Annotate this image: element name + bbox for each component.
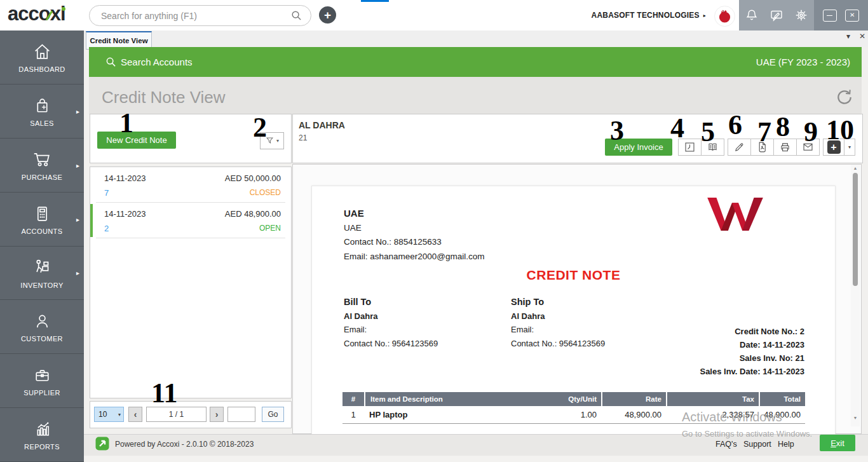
search-icon bbox=[105, 57, 116, 67]
exit-button[interactable]: Exit bbox=[820, 435, 855, 451]
credit-note-no: Credit Note No.: 2 bbox=[700, 325, 804, 338]
scroll-down-icon[interactable]: ▼ bbox=[851, 416, 860, 420]
company-avatar[interactable] bbox=[714, 6, 735, 27]
logo-text: accoxi bbox=[8, 3, 65, 25]
sidebar-item-dashboard[interactable]: DASHBOARD bbox=[0, 31, 84, 85]
sidebar-item-inventory[interactable]: INVENTORY ▸ bbox=[0, 247, 84, 301]
sales-invoice-number: 21 bbox=[299, 133, 307, 142]
messages-icon[interactable] bbox=[770, 8, 783, 22]
sales-inv-date: Sales Inv. Date: 14-11-2023 bbox=[700, 365, 804, 378]
tab-close-icon[interactable]: ✕ bbox=[859, 32, 865, 40]
search-icon[interactable] bbox=[291, 10, 302, 21]
go-button[interactable]: Go bbox=[262, 407, 284, 422]
page-size-select[interactable]: 10 ▾ bbox=[94, 407, 124, 422]
line-items-table: # Item and Description Qty/Unit Rate Tax… bbox=[342, 392, 805, 424]
prev-page-button[interactable]: ‹ bbox=[128, 407, 142, 422]
document-title: CREDIT NOTE bbox=[312, 268, 835, 283]
sidebar-item-accounts[interactable]: ACCOUNTS ▸ bbox=[0, 193, 84, 247]
scrollbar-thumb[interactable] bbox=[853, 173, 858, 286]
annotation-7: 7 bbox=[757, 118, 771, 146]
sidebar-item-customer[interactable]: CUSTOMER bbox=[0, 300, 84, 354]
close-icon: ✕ bbox=[850, 12, 855, 18]
org-line2: UAE bbox=[344, 221, 485, 236]
support-link[interactable]: Support bbox=[743, 440, 771, 449]
list-item[interactable]: 14-11-2023 AED 50,000.00 7 CLOSED bbox=[90, 167, 291, 203]
accounts-search-bar: Search Accounts UAE (FY 2023 - 2023) bbox=[89, 47, 862, 77]
submenu-arrow-icon: ▸ bbox=[76, 269, 79, 276]
sidebar-item-sales[interactable]: SALES ▸ bbox=[0, 85, 84, 139]
customer-name: AL DAHRA bbox=[299, 120, 345, 130]
settings-gear-icon[interactable] bbox=[794, 8, 808, 22]
topbar-icon-block bbox=[739, 0, 814, 31]
credit-note-amount: AED 48,900.00 bbox=[225, 209, 281, 219]
refresh-icon[interactable] bbox=[835, 88, 853, 106]
credit-note-date: 14-11-2023 bbox=[104, 173, 146, 183]
edit-button[interactable] bbox=[728, 139, 751, 156]
annotation-3: 3 bbox=[610, 117, 624, 145]
company-name: AABASOFT TECHNOLOGIES bbox=[592, 11, 700, 20]
annotation-10: 10 bbox=[826, 116, 854, 144]
footer-bottom-strip bbox=[84, 456, 868, 462]
submenu-arrow-icon: ▸ bbox=[76, 215, 79, 222]
notifications-icon[interactable] bbox=[745, 8, 759, 22]
org-name: UAE bbox=[344, 207, 485, 221]
credit-note-date: Date: 14-11-2023 bbox=[700, 338, 804, 351]
search-accounts-button[interactable]: Search Accounts bbox=[105, 57, 193, 67]
table-header-row: # Item and Description Qty/Unit Rate Tax… bbox=[342, 392, 805, 406]
app-window: accoxi + AABASOFT TECHNOLOGIES ▸ bbox=[0, 0, 868, 462]
caret-down-icon: ▾ bbox=[118, 412, 121, 418]
global-search[interactable] bbox=[89, 5, 311, 26]
new-credit-note-button[interactable]: New Credit Note bbox=[97, 132, 176, 149]
caret-down-icon: ▾ bbox=[276, 138, 279, 144]
credit-note-document: UAE UAE Contact No.: 8854125633 Email: a… bbox=[311, 186, 836, 435]
company-selector[interactable]: AABASOFT TECHNOLOGIES ▸ bbox=[592, 0, 706, 31]
list-item-selected[interactable]: 14-11-2023 AED 48,900.00 2 OPEN bbox=[90, 203, 291, 238]
accoxi-footer-logo bbox=[95, 437, 109, 451]
annotation-6: 6 bbox=[728, 111, 742, 139]
credit-note-amount: AED 50,000.00 bbox=[225, 173, 281, 183]
pagination-bar: 10 ▾ ‹ 1 / 1 › Go bbox=[90, 401, 292, 428]
history-icon bbox=[684, 141, 696, 153]
submenu-arrow-icon: ▸ bbox=[76, 161, 79, 168]
org-address-block: UAE UAE Contact No.: 8854125633 Email: a… bbox=[344, 207, 485, 264]
annotation-8: 8 bbox=[776, 113, 790, 141]
help-link[interactable]: Help bbox=[778, 440, 794, 449]
next-page-button[interactable]: › bbox=[210, 407, 224, 422]
search-input[interactable] bbox=[100, 10, 291, 22]
printer-icon bbox=[779, 141, 791, 153]
page-indicator: 1 / 1 bbox=[146, 407, 207, 422]
sidebar-nav: DASHBOARD SALES ▸ PURCHASE ▸ ACCOUNTS ▸ … bbox=[0, 31, 84, 462]
quick-add-button[interactable]: + bbox=[319, 6, 336, 24]
annotation-9: 9 bbox=[804, 118, 818, 146]
jump-page-field bbox=[227, 407, 255, 422]
jump-page-input[interactable] bbox=[228, 407, 255, 421]
org-email: Email: ashanameer2000@gmail.com bbox=[344, 250, 485, 264]
annotation-4: 4 bbox=[670, 114, 684, 142]
logo-green-dot bbox=[62, 7, 65, 11]
credit-note-list: 14-11-2023 AED 50,000.00 7 CLOSED 14-11-… bbox=[90, 166, 292, 398]
bill-to-block: Bill To Al Dahra Email: Contact No.: 956… bbox=[344, 296, 438, 350]
document-meta-block: Credit Note No.: 2 Date: 14-11-2023 Sale… bbox=[700, 325, 804, 378]
credit-note-date: 14-11-2023 bbox=[104, 209, 146, 219]
annotation-11: 11 bbox=[151, 379, 178, 407]
scroll-up-icon[interactable]: ▲ bbox=[851, 166, 860, 170]
powered-by-text: Powered by Accoxi - 2.0.10 © 2018-2023 bbox=[115, 440, 254, 449]
company-w-logo bbox=[706, 196, 764, 232]
submenu-arrow-icon: ▸ bbox=[76, 107, 79, 114]
document-scrollbar[interactable]: ▲ ▼ bbox=[851, 165, 860, 426]
sidebar-item-supplier[interactable]: SUPPLIER bbox=[0, 354, 84, 408]
row-divider bbox=[96, 238, 285, 238]
sidebar-item-purchase[interactable]: PURCHASE ▸ bbox=[0, 139, 84, 193]
sidebar-item-reports[interactable]: REPORTS bbox=[0, 408, 84, 462]
minimize-button[interactable] bbox=[823, 10, 837, 22]
faq-link[interactable]: FAQ's bbox=[715, 440, 737, 449]
page-title: Credit Note View bbox=[102, 88, 226, 107]
tab-list-caret-icon[interactable]: ▾ bbox=[846, 32, 850, 40]
status-badge: OPEN bbox=[259, 224, 281, 233]
table-row: 1 HP laptop 1.00 48,900.00 2,328.57 48,9… bbox=[342, 406, 805, 424]
taskbar-hint bbox=[361, 0, 389, 2]
annotation-5: 5 bbox=[701, 118, 715, 146]
selected-indicator bbox=[90, 204, 93, 237]
annotation-1: 1 bbox=[119, 109, 133, 137]
close-button[interactable]: ✕ bbox=[845, 10, 859, 22]
